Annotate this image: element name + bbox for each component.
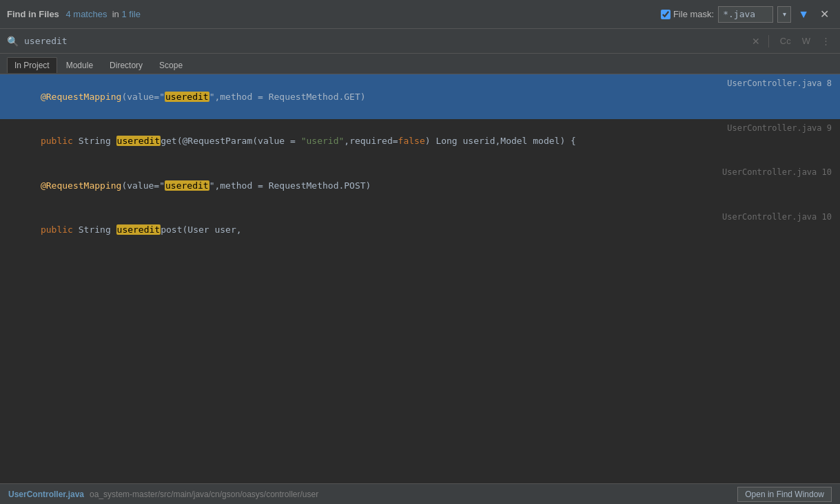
match-stats: 4 matches in 1 file bbox=[63, 9, 141, 19]
search-input[interactable] bbox=[24, 36, 746, 46]
file-mask-checkbox[interactable] bbox=[661, 10, 670, 19]
result-row[interactable]: public String usereditget(@RequestParam(… bbox=[0, 119, 840, 164]
tab-directory[interactable]: Directory bbox=[102, 57, 150, 73]
file-mask-label: File mask: bbox=[673, 9, 714, 19]
match-highlight: useredit bbox=[116, 136, 161, 146]
search-icon: 🔍 bbox=[7, 36, 19, 47]
result-content: @RequestMapping(value="useredit",method … bbox=[8, 165, 708, 206]
result-file: UserController.java 9 bbox=[713, 122, 832, 134]
results-panel: @RequestMapping(value="useredit",method … bbox=[0, 74, 840, 483]
result-file: UserController.java 10 bbox=[708, 211, 832, 223]
result-row[interactable]: public String usereditpost(User user, Us… bbox=[0, 208, 840, 253]
match-count: 4 matches bbox=[65, 9, 107, 19]
tab-in-project[interactable]: In Project bbox=[7, 57, 57, 73]
status-bar: UserController.java oa_system-master/src… bbox=[0, 483, 840, 504]
whole-word-button[interactable]: W bbox=[799, 34, 813, 48]
open-in-find-window-button[interactable]: Open in Find Window bbox=[737, 487, 832, 502]
result-row[interactable]: @RequestMapping(value="useredit",method … bbox=[0, 74, 840, 119]
scope-tabs: In Project Module Directory Scope bbox=[0, 54, 840, 74]
header-controls: File mask: ▾ ▼ ✕ bbox=[661, 6, 833, 23]
case-sensitive-button[interactable]: Cc bbox=[777, 34, 794, 48]
more-options-button[interactable]: ⋮ bbox=[819, 34, 833, 48]
file-mask-dropdown[interactable]: ▾ bbox=[777, 6, 791, 23]
tab-scope[interactable]: Scope bbox=[152, 57, 190, 73]
match-highlight: useredit bbox=[165, 180, 209, 191]
search-clear-button[interactable]: ✕ bbox=[752, 36, 760, 47]
code-span: @RequestMapping bbox=[41, 92, 121, 102]
result-content: public String usereditpost(User user, bbox=[8, 210, 708, 251]
match-highlight: useredit bbox=[165, 92, 209, 102]
status-path: oa_system-master/src/main/java/cn/gson/o… bbox=[90, 490, 318, 499]
status-filename: UserController.java bbox=[8, 490, 84, 499]
panel-title: Find in Files bbox=[7, 9, 59, 19]
search-divider bbox=[768, 35, 769, 48]
file-count: 1 file bbox=[121, 9, 140, 19]
result-file: UserController.java 10 bbox=[708, 166, 832, 178]
result-content: public String usereditget(@RequestParam(… bbox=[8, 121, 713, 162]
match-highlight: useredit bbox=[116, 224, 161, 235]
filter-icon[interactable]: ▼ bbox=[795, 7, 812, 22]
result-row[interactable]: @RequestMapping(value="useredit",method … bbox=[0, 163, 840, 208]
tab-module[interactable]: Module bbox=[59, 57, 101, 73]
search-bar: 🔍 ✕ Cc W ⋮ bbox=[0, 29, 840, 54]
result-file: UserController.java 8 bbox=[713, 77, 832, 90]
find-in-files-header: Find in Files 4 matches in 1 file File m… bbox=[0, 0, 840, 29]
file-mask-toggle-wrap: File mask: bbox=[661, 9, 714, 19]
result-content: @RequestMapping(value="useredit",method … bbox=[8, 76, 713, 117]
file-mask-input[interactable] bbox=[718, 6, 773, 23]
close-button[interactable]: ✕ bbox=[816, 6, 833, 22]
